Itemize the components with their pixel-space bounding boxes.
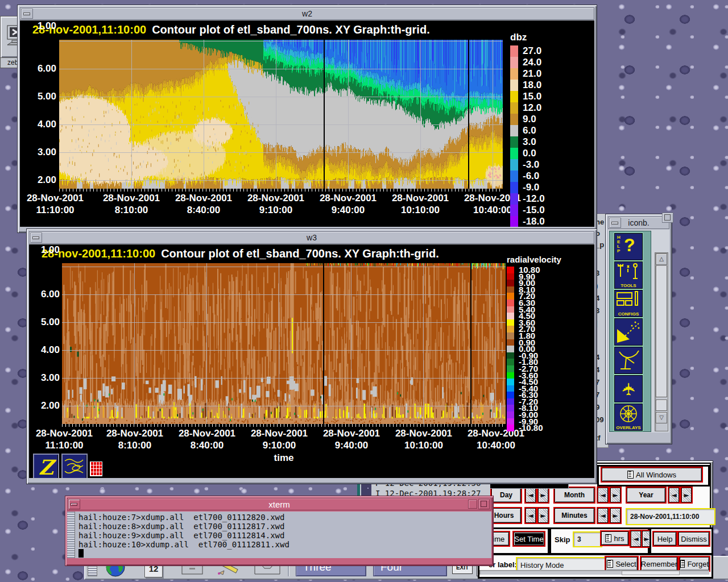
help-tool-icon[interactable]: HELP ? xyxy=(614,233,643,260)
x-tick-label: 28-Nov-20018:10:00 xyxy=(100,427,170,451)
colorbar-value: 18.0 xyxy=(523,80,541,91)
hours-prev-button[interactable]: ◄ xyxy=(526,508,536,523)
day-prev-button[interactable]: ◄ xyxy=(526,488,536,502)
minutes-prev-button[interactable]: ◄ xyxy=(598,508,608,523)
colorbar-value: -12.0 xyxy=(523,193,545,205)
titlebar-button[interactable] xyxy=(468,500,477,509)
configs-tool-icon[interactable]: CONFIGS xyxy=(614,290,643,317)
terminal-output[interactable]: hail:houze:7>xdump.all etl700_01112820.x… xyxy=(67,512,491,558)
iconbox-window: iconb. HELP ? TOOLS xyxy=(605,214,672,444)
configs-glyph xyxy=(615,290,642,310)
colorbar-entry: 3.0 xyxy=(510,136,590,148)
skip-group: Skip 3 hrs ◄ ► xyxy=(549,527,650,555)
tools-tool-icon[interactable]: TOOLS xyxy=(614,261,643,289)
color-swatch xyxy=(510,159,518,171)
remember-button[interactable]: Remember xyxy=(641,557,677,571)
color-swatch xyxy=(507,306,514,313)
help-button[interactable]: Help xyxy=(653,532,676,546)
y-tick-label: 2.00 xyxy=(29,400,60,411)
colorbar-value: -18.0 xyxy=(523,216,545,227)
color-swatch xyxy=(507,365,514,372)
grid-tool-icon[interactable] xyxy=(90,462,102,476)
terminal-line: hail:houze:10>xdump.all etl700_01112811.… xyxy=(78,540,491,549)
set-time-button[interactable]: Set Time xyxy=(514,532,544,546)
iconbox-titlebar[interactable]: iconb. xyxy=(608,217,669,229)
colorbar-entry: -3.0 xyxy=(510,159,590,171)
skip-field[interactable]: 3 xyxy=(573,531,602,547)
color-swatch xyxy=(507,418,514,425)
overlays-tool-icon[interactable]: OVERLAYS xyxy=(614,404,643,431)
day-next-button[interactable]: ► xyxy=(538,488,548,502)
w2-titlebar[interactable]: w2 xyxy=(20,7,594,20)
x-tick-label: 28-Nov-200111:10:00 xyxy=(29,427,100,451)
all-windows-button[interactable]: All Windows xyxy=(602,468,702,481)
resize-corner[interactable] xyxy=(662,213,673,223)
zebra-logo-icon[interactable]: Z xyxy=(33,454,59,478)
antenna-glyph xyxy=(615,347,642,373)
color-swatch xyxy=(507,280,514,286)
height-axis: 6.005.004.003.002.001.00 xyxy=(23,20,56,191)
colorbar-entry: -9.0 xyxy=(510,182,590,193)
year-next-button[interactable]: ► xyxy=(681,488,692,502)
x-tick-label: 28-Nov-200110:10:00 xyxy=(385,192,456,216)
hours-next-button[interactable]: ► xyxy=(538,508,548,523)
w2-window: w2 28-nov-2001,11:10:00Contour plot of e… xyxy=(17,5,597,233)
color-swatch xyxy=(510,80,518,91)
colorbar-entry: 6.0 xyxy=(510,125,590,136)
scroll-down-icon[interactable]: ▽ xyxy=(656,412,667,423)
maximize-icon[interactable] xyxy=(478,499,490,509)
minutes-next-button[interactable]: ► xyxy=(610,508,621,523)
w3-titlebar[interactable]: w3 xyxy=(29,231,594,244)
iconbox-scrollbar[interactable]: △ ▽ xyxy=(655,252,668,431)
skip-back-button[interactable]: ◄ xyxy=(631,531,641,547)
color-swatch xyxy=(510,193,518,205)
antenna-tool-icon[interactable] xyxy=(614,347,643,374)
y-tick-label: 6.00 xyxy=(24,63,56,74)
skip-unit-button[interactable]: hrs xyxy=(601,531,628,545)
scrollbar-thumb[interactable] xyxy=(656,265,667,397)
y-tick-label: 4.00 xyxy=(29,344,60,356)
colorbar-entry: -15.0 xyxy=(510,205,590,216)
forget-button[interactable]: Forget xyxy=(680,557,709,571)
month-button[interactable]: Month xyxy=(555,488,594,502)
plot-header: 28-nov-2001,11:10:00Contour plot of etl_… xyxy=(32,23,430,36)
terminal-scrollbar[interactable] xyxy=(67,512,75,558)
minimize-icon[interactable] xyxy=(30,232,42,243)
x-tick-label: 28-Nov-200110:10:00 xyxy=(388,427,459,451)
day-button[interactable]: Day xyxy=(491,488,521,502)
xterm-titlebar[interactable]: xterm xyxy=(67,498,491,510)
month-next-button[interactable]: ► xyxy=(610,488,621,502)
menu-icon xyxy=(627,471,634,479)
dismiss-button[interactable]: Dismiss xyxy=(679,532,709,546)
x-axis-title: time xyxy=(62,452,506,464)
x-tick-label: 28-Nov-200111:10:00 xyxy=(20,192,90,216)
minimize-icon[interactable] xyxy=(609,218,621,228)
color-swatch xyxy=(507,339,514,346)
scrollbar-box[interactable] xyxy=(656,400,667,411)
year-prev-button[interactable]: ◄ xyxy=(669,488,679,502)
scroll-up-icon[interactable]: △ xyxy=(656,253,667,265)
minutes-button[interactable]: Minutes xyxy=(555,508,594,523)
overlays-glyph xyxy=(615,404,642,426)
skip-label: Skip xyxy=(555,535,570,544)
radar-dish-tool-icon[interactable] xyxy=(614,318,643,346)
month-prev-button[interactable]: ◄ xyxy=(598,488,608,502)
dbz-colorbar: dbz 27.0 24.0 21.0 18.0 15.0 xyxy=(510,32,590,227)
select-button[interactable]: Select xyxy=(606,557,638,571)
arrow-right-icon: ► xyxy=(540,491,545,499)
x-tick-label: 28-Nov-20018:40:00 xyxy=(168,192,239,216)
color-swatch xyxy=(507,352,514,359)
colorbar-entry: -10.80 xyxy=(507,425,592,431)
datetime-field[interactable]: 28-Nov-2001,11:10:00 xyxy=(626,508,715,525)
plot-header: 28-nov-2001,11:10:00Contour plot of etl_… xyxy=(42,247,439,260)
color-swatch xyxy=(510,45,518,57)
colorbar-entry: -12.0 xyxy=(510,193,590,205)
color-swatch xyxy=(507,405,514,411)
minimize-icon[interactable] xyxy=(21,9,33,19)
year-button[interactable]: Year xyxy=(627,488,665,502)
contour-tool-icon[interactable] xyxy=(61,454,88,478)
airplane-tool-icon[interactable]: ✈ xyxy=(614,375,643,402)
panel-scrollbar[interactable] xyxy=(479,570,709,575)
panel-scrollbar-thumb[interactable] xyxy=(622,571,680,575)
minimize-icon[interactable] xyxy=(68,499,80,509)
